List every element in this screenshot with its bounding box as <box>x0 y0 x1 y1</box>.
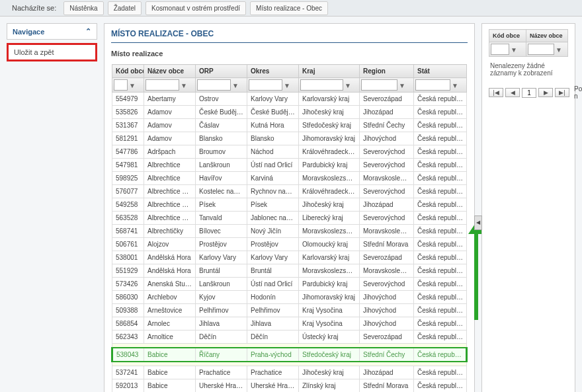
cell-nazev: Andělská Hora <box>144 251 196 264</box>
table-row[interactable]: 551929Andělská HoraBruntálBruntálMoravsk… <box>112 264 467 278</box>
cell-orp: Říčany <box>196 348 247 362</box>
cell-orp: Broumov <box>196 145 247 159</box>
breadcrumb-item[interactable]: Nástěnka <box>63 1 103 15</box>
cell-kod: 531367 <box>112 119 144 132</box>
collapse-left-icon[interactable]: ◀ <box>474 216 482 230</box>
pager-next[interactable]: ▶ <box>538 88 553 97</box>
filter-kod[interactable] <box>491 44 509 55</box>
cell-kraj: Olomoucký kraj <box>299 238 360 251</box>
col-stat[interactable]: Stát <box>414 65 467 78</box>
cell-okres: Uherské Hradiště <box>247 379 299 393</box>
table-row[interactable]: 562343ArnolticeDěčínDěčínÚstecký krajSev… <box>112 331 467 344</box>
cell-kod: 538001 <box>112 251 144 264</box>
table-row[interactable]: 576077Albrechtice nad...Kostelec nad Orl… <box>112 185 467 198</box>
cell-stat: Česká republika <box>414 278 467 291</box>
table-row[interactable]: 592013BabiceUherské HradištěUherské Hrad… <box>112 379 467 393</box>
breadcrumb-item[interactable]: Kosmonaut v ostrém prostředí <box>146 1 246 15</box>
filter-icon[interactable]: ▼ <box>128 82 137 89</box>
cell-okres: Karviná <box>247 172 299 185</box>
filter-nazev[interactable] <box>528 44 554 55</box>
col-nazev[interactable]: Název obce <box>144 65 196 78</box>
table-row[interactable]: 568741AlbrechtičkyBílovecNový JičínMorav… <box>112 225 467 238</box>
cell-stat: Česká republika <box>414 291 467 304</box>
cell-nazev: Adršpach <box>144 145 196 159</box>
filter-icon[interactable]: ▼ <box>343 82 353 89</box>
cell-nazev: Albrechtice v Jiz... <box>144 212 196 225</box>
filter-icon[interactable]: ▼ <box>231 82 240 89</box>
cell-region: Severovýchod <box>360 185 414 198</box>
filter-kod[interactable] <box>114 79 128 91</box>
cell-stat: Česká republika <box>414 264 467 278</box>
col-orp[interactable]: ORP <box>196 65 247 78</box>
table-row[interactable]: 538001Andělská HoraKarlovy VaryKarlovy V… <box>112 251 467 264</box>
table-row[interactable]: 538043BabiceŘíčanyPraha-východStředočesk… <box>112 348 467 362</box>
col-kod[interactable]: Kód obce <box>112 65 144 78</box>
cell-kraj: Kraj Vysočina <box>299 304 360 317</box>
breadcrumb-item[interactable]: Místo realizace - Obec <box>250 1 328 15</box>
table-row[interactable]: 506761AlojzovProstějovProstějovOlomoucký… <box>112 238 467 251</box>
cell-okres: Karlovy Vary <box>247 93 299 106</box>
cell-kraj: Moravskoslezský kraj <box>299 225 360 238</box>
cell-okres: Děčín <box>247 331 299 344</box>
filter-okres[interactable] <box>249 79 282 91</box>
table-row[interactable]: 581291AdamovBlanskoBlanskoJihomoravský k… <box>112 132 467 145</box>
filter-stat[interactable] <box>415 79 450 91</box>
table-row[interactable]: 554979AbertamyOstrovKarlovy VaryKarlovar… <box>112 93 467 106</box>
pager-prev[interactable]: ◀ <box>505 88 520 97</box>
table-row[interactable]: 573426Anenská StudánkaLanškrounÚstí nad … <box>112 278 467 291</box>
table-row[interactable]: 586030ArchlebovKyjovHodonínJihomoravský … <box>112 291 467 304</box>
no-records-message: Nenalezeny žádné záznamy k zobrazení <box>489 57 568 82</box>
breadcrumb-item[interactable]: Žadatel <box>108 1 142 15</box>
filter-icon[interactable]: ▼ <box>179 82 188 89</box>
filter-orp[interactable] <box>197 79 231 91</box>
cell-orp: Kostelec nad Orlicí <box>196 185 247 198</box>
save-and-back-button[interactable]: Uložit a zpět <box>7 43 97 61</box>
col-region[interactable]: Region <box>360 65 414 78</box>
table-row[interactable]: 547786AdršpachBroumovNáchodKrálovéhradec… <box>112 145 467 159</box>
table-row[interactable]: 509388ArneštovicePelhřimovPelhřimovKraj … <box>112 304 467 317</box>
cell-stat: Česká republika <box>414 225 467 238</box>
cell-stat: Česká republika <box>414 238 467 251</box>
cell-okres: Kutná Hora <box>247 119 299 132</box>
cell-orp: Bílovec <box>196 225 247 238</box>
col-okres[interactable]: Okres <box>247 65 299 78</box>
cell-region: Severovýchod <box>360 278 414 291</box>
cell-nazev: Archlebov <box>144 291 196 304</box>
filter-region[interactable] <box>361 79 397 91</box>
cell-okres: Pelhřimov <box>247 304 299 317</box>
col-kod[interactable]: Kód obce <box>489 30 526 42</box>
col-nazev[interactable]: Název obce <box>526 30 568 42</box>
filter-icon[interactable]: ▼ <box>509 46 519 54</box>
table-row[interactable]: 598925AlbrechticeHavířovKarvináMoravskos… <box>112 172 467 185</box>
cell-kod: 538043 <box>112 348 144 362</box>
table-row[interactable]: 586854ArnolecJihlavaJihlavaKraj Vysočina… <box>112 317 467 331</box>
filter-icon[interactable]: ▼ <box>397 82 407 89</box>
cell-stat: Česká republika <box>414 159 467 172</box>
cell-nazev: Adamov <box>144 119 196 132</box>
filter-nazev[interactable] <box>146 79 179 91</box>
filter-icon[interactable]: ▼ <box>554 46 563 54</box>
cell-kod: 563528 <box>112 212 144 225</box>
cell-nazev: Arnolec <box>144 317 196 331</box>
table-row[interactable]: 549258Albrechtice nad...PísekPísekJihoče… <box>112 198 467 212</box>
nav-collapse-header[interactable]: Navigace ⌃ <box>7 23 97 40</box>
cell-kod: 547786 <box>112 145 144 159</box>
table-row[interactable]: 537241BabicePrachaticePrachaticeJihočesk… <box>112 366 467 379</box>
table-row[interactable]: 535826AdamovČeské BudějoviceČeské Budějo… <box>112 106 467 119</box>
col-kraj[interactable]: Kraj <box>299 65 360 78</box>
table-row[interactable]: 563528Albrechtice v Jiz...TanvaldJablone… <box>112 212 467 225</box>
cell-orp: Blansko <box>196 132 247 145</box>
filter-icon[interactable]: ▼ <box>450 82 460 89</box>
table-row[interactable]: 547981AlbrechticeLanškrounÚstí nad Orlic… <box>112 159 467 172</box>
pager-last[interactable]: ▶| <box>555 88 569 97</box>
table-row[interactable]: 531367AdamovČáslavKutná HoraStředočeský … <box>112 119 467 132</box>
filter-icon[interactable]: ▼ <box>282 82 292 89</box>
filter-kraj[interactable] <box>300 79 343 91</box>
pager-current-input[interactable] <box>522 88 536 98</box>
cell-stat: Česká republika <box>414 106 467 119</box>
pager-first[interactable]: |◀ <box>489 88 503 97</box>
chevron-up-icon: ⌃ <box>85 27 91 36</box>
cell-nazev: Babice <box>144 379 196 393</box>
cell-orp: Tanvald <box>196 212 247 225</box>
cell-stat: Česká republika <box>414 198 467 212</box>
